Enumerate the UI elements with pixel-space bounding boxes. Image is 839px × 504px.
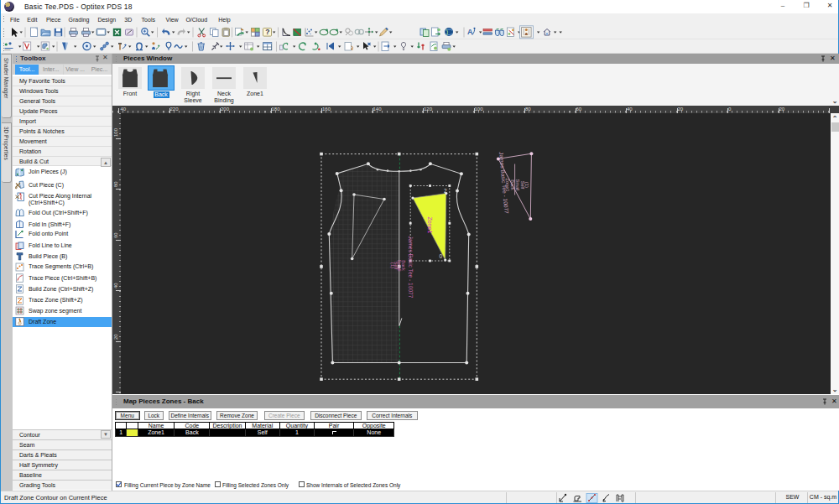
svg-text:0: 0 xyxy=(440,253,443,259)
svg-text:(1): (1) xyxy=(524,182,529,188)
svg-text:Self: Self xyxy=(520,180,525,189)
svg-text:Back: Back xyxy=(401,260,406,271)
svg-text:Small: Small xyxy=(515,179,520,190)
svg-text:Back: Back xyxy=(510,179,515,190)
svg-text:James Basic Tee - 10077: James Basic Tee - 10077 xyxy=(408,236,414,298)
svg-text:Zone1: Zone1 xyxy=(427,216,433,233)
svg-text:Zone1: Zone1 xyxy=(505,178,510,191)
